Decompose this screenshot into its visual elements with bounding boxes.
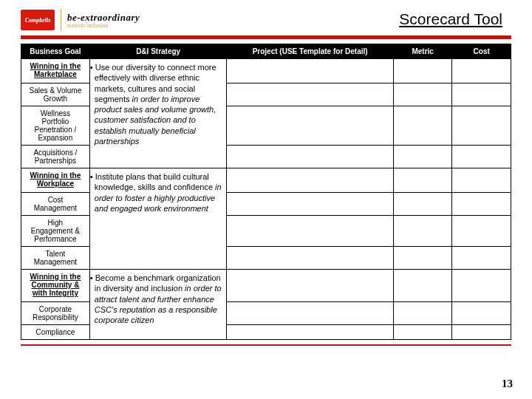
col-project: Project (USE Template for Detail) xyxy=(227,44,393,59)
col-cost: Cost xyxy=(452,44,511,59)
goal-heading-text: Winning in the Community & with Integrit… xyxy=(26,273,85,297)
metric-cell xyxy=(393,302,452,325)
metric-cell xyxy=(393,168,452,193)
cost-cell xyxy=(452,216,511,247)
metric-cell xyxy=(393,146,452,168)
scorecard-table: Business Goal D&I Strategy Project (USE … xyxy=(21,44,511,340)
top-rule xyxy=(21,35,511,39)
project-cell xyxy=(227,270,393,302)
goal-sub: Cost Management xyxy=(21,193,90,216)
goal-sub: Corporate Responsibility xyxy=(21,302,90,325)
project-cell xyxy=(227,59,393,83)
metric-cell xyxy=(393,216,452,247)
goal-heading: Winning in the Community & with Integrit… xyxy=(21,270,90,302)
goal-sub: Sales & Volume Growth xyxy=(21,83,90,106)
col-business-goal: Business Goal xyxy=(21,44,90,59)
project-cell xyxy=(227,193,393,216)
metric-cell xyxy=(393,106,452,146)
project-cell xyxy=(227,83,393,106)
cost-cell xyxy=(452,168,511,193)
metric-cell xyxy=(393,270,452,302)
cost-cell xyxy=(452,83,511,106)
goal-sub: Talent Management xyxy=(21,247,90,270)
project-cell xyxy=(227,168,393,193)
goal-sub: Compliance xyxy=(21,325,90,340)
goal-sub: Acquisitions / Partnerships xyxy=(21,146,90,168)
strategy-cell: • Institute plans that build cultural kn… xyxy=(89,168,227,270)
strategy-cell: • Become a benchmark organization in div… xyxy=(89,270,227,340)
goal-heading: Winning in the Marketplace xyxy=(21,59,90,83)
col-di-strategy: D&I Strategy xyxy=(89,44,227,59)
bottom-rule xyxy=(21,344,511,346)
cost-cell xyxy=(452,106,511,146)
strategy-cell: • Use our diversity to connect more effe… xyxy=(89,59,227,168)
strategy-italic: in order to foster a highly productive a… xyxy=(95,183,222,213)
tagline: be-extraordinary nourish inclusion xyxy=(67,12,140,29)
goal-heading: Winning in the Workplace xyxy=(21,168,90,193)
cost-cell xyxy=(452,146,511,168)
metric-cell xyxy=(393,193,452,216)
cost-cell xyxy=(452,247,511,270)
cost-cell xyxy=(452,302,511,325)
page-number: 13 xyxy=(502,378,513,390)
logo-divider xyxy=(61,9,61,31)
cost-cell xyxy=(452,59,511,83)
project-cell xyxy=(227,216,393,247)
metric-cell xyxy=(393,247,452,270)
goal-sub: High Engagement & Performance xyxy=(21,216,90,247)
cost-cell xyxy=(452,325,511,340)
campbells-logo: Campbells xyxy=(21,10,55,30)
project-cell xyxy=(227,146,393,168)
cost-cell xyxy=(452,193,511,216)
project-cell xyxy=(227,106,393,146)
strategy-italic: in order to attract talent and further e… xyxy=(95,284,222,324)
goal-heading-text: Winning in the Marketplace xyxy=(26,62,85,78)
project-cell xyxy=(227,302,393,325)
metric-cell xyxy=(393,325,452,340)
goal-heading-text: Winning in the Workplace xyxy=(26,171,85,188)
project-cell xyxy=(227,247,393,270)
strategy-italic: in order to improve product sales and vo… xyxy=(95,95,216,146)
metric-cell xyxy=(393,83,452,106)
project-cell xyxy=(227,325,393,340)
col-metric: Metric xyxy=(393,44,452,59)
cost-cell xyxy=(452,270,511,302)
metric-cell xyxy=(393,59,452,83)
goal-sub: Wellness Portfolio Penetration / Expansi… xyxy=(21,106,90,146)
